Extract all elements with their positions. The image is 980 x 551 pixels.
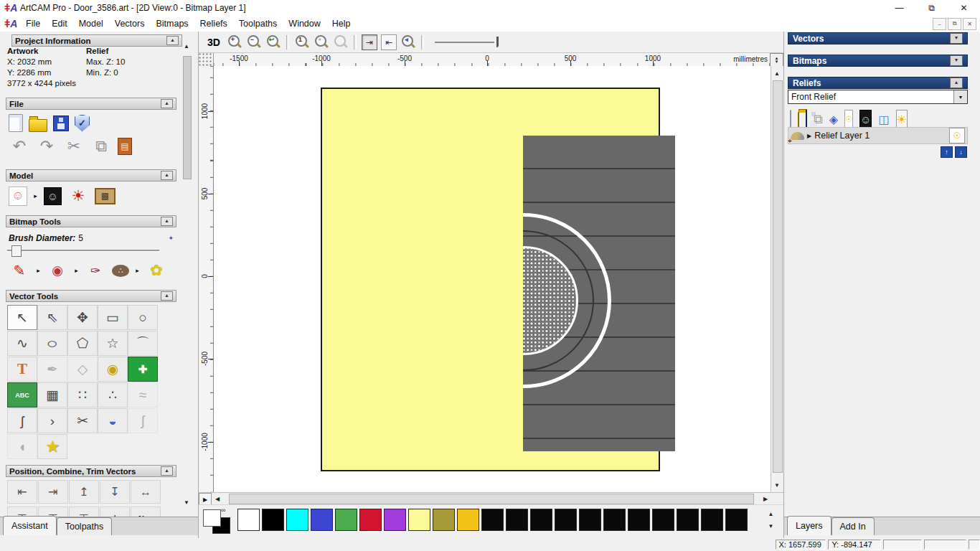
collapse-icon[interactable]: ▲ — [161, 291, 173, 301]
select-vectors-tool[interactable]: ↖ — [7, 305, 37, 330]
create-freehand-tool[interactable]: ∿ — [7, 331, 37, 356]
move-layer-down-button[interactable]: ↓ — [955, 146, 967, 158]
tab-addin[interactable]: Add In — [831, 517, 875, 535]
colour-swatch[interactable] — [701, 509, 723, 531]
undo-icon[interactable]: ↶ — [9, 136, 30, 156]
link-colours-icon[interactable]: ∞ — [221, 507, 225, 514]
new-relief-layer-icon[interactable] — [790, 110, 791, 128]
envelope-distort-tool[interactable]: ▦ — [37, 382, 67, 408]
layer-visibility-icon[interactable]: ☉ — [844, 110, 853, 128]
spin-relief-tool[interactable]: ◒ — [98, 408, 128, 433]
zoom-object-icon[interactable] — [333, 34, 349, 50]
align-right-tool[interactable]: ⇥ — [38, 480, 68, 504]
zoom-out-icon[interactable]: − — [246, 34, 262, 50]
zoom-slider[interactable] — [435, 35, 503, 50]
colour-swatch[interactable] — [384, 509, 406, 531]
show-all-layers-icon[interactable]: ☀ — [896, 110, 908, 128]
colour-swatch[interactable] — [237, 509, 260, 531]
add-vectors-tool[interactable]: ✚ — [128, 357, 158, 382]
collapse-icon[interactable]: ▲ — [161, 466, 173, 476]
close-button[interactable]: ✕ — [948, 1, 980, 16]
brush-diameter-slider[interactable] — [7, 245, 159, 256]
colour-swatch[interactable] — [555, 509, 577, 531]
colour-swatch[interactable] — [579, 509, 601, 531]
clean-bitmap-tool[interactable]: ✿ — [146, 260, 167, 281]
star-wizard-tool[interactable]: ★ — [37, 434, 67, 459]
relief-from-image-icon[interactable]: ☺ — [9, 187, 27, 206]
align-left-tool[interactable]: ⇤ — [7, 480, 37, 504]
copy-icon[interactable]: ⧉ — [90, 136, 112, 156]
cut-icon[interactable]: ✂ — [63, 136, 85, 156]
colour-swatch[interactable] — [359, 509, 382, 531]
collapse-icon[interactable]: ▲ — [161, 99, 173, 108]
separator[interactable] — [286, 35, 289, 50]
colour-swatch[interactable] — [677, 509, 699, 531]
options-icon[interactable]: ✓ — [75, 115, 90, 132]
create-arc-tool[interactable]: ⌒ — [128, 331, 158, 356]
model-artwork[interactable] — [321, 88, 660, 471]
trim-vectors-tool[interactable]: ✂ — [67, 408, 98, 433]
expand-icon[interactable]: ▼ — [950, 33, 963, 44]
colour-swatch[interactable] — [262, 509, 284, 531]
corner-fit-tool[interactable]: › — [37, 408, 67, 433]
zoom-back-icon[interactable]: ◂ — [400, 34, 416, 50]
menu-item[interactable]: Help — [326, 16, 357, 32]
zoom-fit-icon[interactable]: ▫ — [314, 34, 329, 50]
scrollbar-thumb[interactable] — [773, 80, 783, 473]
restore-button[interactable]: ⧉ — [915, 1, 948, 16]
menu-item[interactable]: Bitmaps — [150, 16, 194, 32]
transform-vectors-tool[interactable]: ✥ — [67, 305, 98, 330]
arc-fit-tool[interactable]: ʃ — [7, 408, 37, 433]
snap-grid-toggle[interactable]: ⇥ — [362, 34, 377, 50]
scroll-left-icon[interactable]: ◀ — [212, 493, 223, 504]
create-star-tool[interactable]: ☆ — [98, 331, 128, 356]
palette-scroll-up-icon[interactable]: ▲ — [765, 509, 777, 519]
open-model-icon[interactable] — [29, 119, 47, 132]
relief-layer-name[interactable]: Relief Layer 1 — [814, 131, 870, 141]
mdi-close-button[interactable]: ✕ — [963, 18, 976, 30]
redo-icon[interactable]: ↷ — [36, 136, 57, 156]
mdi-restore-button[interactable]: ⧉ — [948, 18, 961, 30]
reliefs-section-header[interactable]: Reliefs ▲ — [788, 77, 968, 89]
collapse-icon[interactable]: ▲ — [161, 171, 173, 180]
create-polygon-tool[interactable]: ⬠ — [67, 331, 98, 356]
colour-swatch[interactable] — [311, 509, 333, 531]
drawing-view[interactable] — [214, 66, 771, 492]
menu-item[interactable]: Model — [73, 16, 109, 32]
merge-layers-icon[interactable]: ◈ — [829, 110, 838, 128]
create-rectangle-tool[interactable]: ▭ — [98, 305, 128, 330]
menu-item[interactable]: Edit — [46, 16, 73, 32]
create-text-tool[interactable]: T — [7, 357, 37, 382]
block-copy-tool[interactable]: ∷ — [67, 382, 98, 408]
align-bottom-tool[interactable]: ↧ — [100, 480, 130, 504]
greyscale-preview-icon[interactable]: ☺ — [44, 187, 62, 205]
paste-along-curve-tool[interactable]: ∴ — [98, 382, 128, 408]
minimize-button[interactable]: — — [883, 1, 915, 16]
slider-handle[interactable] — [11, 245, 22, 257]
menu-item[interactable]: Reliefs — [194, 16, 233, 32]
colour-swatch[interactable] — [652, 509, 674, 531]
scroll-right-icon[interactable]: ▶ — [760, 493, 771, 504]
create-circle-tool[interactable]: ○ — [128, 305, 158, 330]
separator[interactable] — [421, 35, 424, 50]
paint-tool[interactable]: ✎ — [9, 260, 30, 281]
collapse-icon[interactable]: ▲ — [161, 217, 173, 226]
colour-swatch[interactable] — [628, 509, 650, 531]
menu-item[interactable]: Toolpaths — [233, 16, 283, 32]
colour-swatch[interactable] — [286, 509, 308, 531]
view-3d-button[interactable]: 3D — [204, 34, 223, 50]
scroll-down-icon[interactable]: ▼ — [181, 496, 192, 508]
light-material-icon[interactable]: ☀ — [67, 186, 89, 206]
colour-swatch[interactable] — [481, 509, 504, 531]
flyout-arrow-icon[interactable]: ▸ — [33, 186, 38, 206]
create-ellipse-tool[interactable]: ○ — [37, 331, 67, 356]
load-picture-icon[interactable]: ▩ — [95, 188, 116, 204]
relief-layer-row[interactable]: ▶ Relief Layer 1 ☉ — [788, 127, 968, 144]
move-layer-up-button[interactable]: ↑ — [941, 146, 953, 158]
palette-scroll-down-icon[interactable]: ▼ — [765, 521, 777, 532]
new-model-icon[interactable] — [9, 114, 23, 132]
colour-swatch[interactable] — [725, 509, 748, 531]
scrollbar-thumb[interactable] — [229, 494, 754, 504]
colour-swatch[interactable] — [433, 509, 455, 531]
flyout-arrow-icon[interactable]: ▸ — [74, 260, 79, 281]
